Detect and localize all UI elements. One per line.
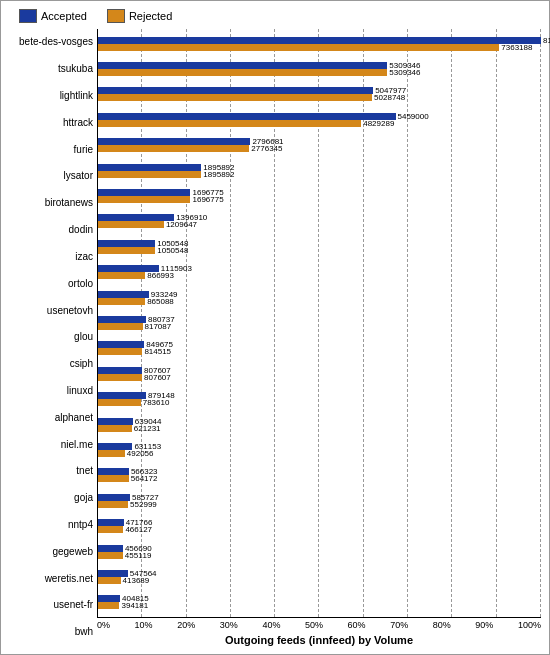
- chart-container: Accepted Rejected bete-des-vosgestsukuba…: [0, 0, 550, 655]
- legend-accepted-box: [19, 9, 37, 23]
- bar-accepted: [98, 113, 396, 120]
- bar-pair: 13969101209647: [98, 214, 541, 228]
- bar-row: 16967751696775: [98, 183, 541, 208]
- bar-line-accepted: 1396910: [98, 214, 541, 221]
- bar-accepted: [98, 494, 130, 501]
- bar-rejected-value: 394181: [121, 601, 148, 610]
- bar-row: 849675814515: [98, 336, 541, 361]
- bar-line-rejected: 466127: [98, 526, 541, 533]
- bar-pair: 933249865088: [98, 291, 541, 305]
- bar-line-rejected: 2776345: [98, 145, 541, 152]
- bar-line-rejected: 1895892: [98, 171, 541, 178]
- y-label: tnet: [76, 466, 93, 476]
- bar-rejected: [98, 450, 125, 457]
- bar-row: 10505481050548: [98, 234, 541, 259]
- bar-row: 81279227363188: [98, 31, 541, 56]
- bar-line-rejected: 564172: [98, 475, 541, 482]
- bar-line-rejected: 1050548: [98, 247, 541, 254]
- bar-row: 807607807607: [98, 361, 541, 386]
- bar-line-accepted: 1895892: [98, 164, 541, 171]
- bar-line-rejected: 807607: [98, 374, 541, 381]
- bar-line-accepted: 585727: [98, 494, 541, 501]
- bars-section: 8127922736318853093465309346504797750287…: [97, 29, 541, 618]
- x-tick: 40%: [262, 620, 280, 630]
- bar-row: 53093465309346: [98, 56, 541, 81]
- bar-rejected-value: 1895892: [203, 170, 234, 179]
- bar-rejected-value: 492056: [127, 449, 154, 458]
- bar-pair: 849675814515: [98, 341, 541, 355]
- bar-row: 27966812776345: [98, 133, 541, 158]
- x-axis: 0%10%20%30%40%50%60%70%80%90%100%: [97, 618, 541, 630]
- bar-line-rejected: 814515: [98, 348, 541, 355]
- bar-rejected: [98, 501, 128, 508]
- legend-rejected-label: Rejected: [129, 10, 172, 22]
- bar-rejected-value: 814515: [144, 347, 171, 356]
- bar-accepted: [98, 392, 146, 399]
- bar-row: 566323564172: [98, 463, 541, 488]
- bar-pair: 18958921895892: [98, 164, 541, 178]
- bar-pair: 639044621231: [98, 418, 541, 432]
- legend-rejected: Rejected: [107, 9, 172, 23]
- bar-rejected: [98, 145, 249, 152]
- bar-rejected-value: 5309346: [389, 68, 420, 77]
- bar-pair: 27966812776345: [98, 138, 541, 152]
- bar-rejected: [98, 272, 145, 279]
- bar-pair: 566323564172: [98, 468, 541, 482]
- bar-rejected-value: 564172: [131, 474, 158, 483]
- bar-rejected-value: 2776345: [251, 144, 282, 153]
- bar-accepted: [98, 468, 129, 475]
- bar-accepted: [98, 138, 250, 145]
- x-tick: 70%: [390, 620, 408, 630]
- bar-rejected: [98, 374, 142, 381]
- y-label: bete-des-vosges: [19, 37, 93, 47]
- y-label: nntp4: [68, 520, 93, 530]
- bar-pair: 585727552999: [98, 494, 541, 508]
- bar-pair: 54590004829289: [98, 113, 541, 127]
- legend-accepted: Accepted: [19, 9, 87, 23]
- y-label: alphanet: [55, 413, 93, 423]
- bar-accepted-value: 8127922: [543, 36, 550, 45]
- x-tick: 0%: [97, 620, 110, 630]
- bar-line-accepted: 639044: [98, 418, 541, 425]
- bar-accepted: [98, 341, 144, 348]
- bar-line-accepted: 5047977: [98, 87, 541, 94]
- bar-rejected: [98, 552, 123, 559]
- bar-rejected: [98, 196, 190, 203]
- bar-row: 933249865088: [98, 285, 541, 310]
- bar-row: 18958921895892: [98, 158, 541, 183]
- bar-rejected: [98, 298, 145, 305]
- bar-row: 50479775028748: [98, 82, 541, 107]
- bar-pair: 456690455119: [98, 545, 541, 559]
- bar-accepted: [98, 545, 123, 552]
- bar-accepted: [98, 367, 142, 374]
- bar-pair: 547564413689: [98, 570, 541, 584]
- bar-line-rejected: 7363188: [98, 44, 541, 51]
- bar-pair: 471766466127: [98, 519, 541, 533]
- y-label: httrack: [63, 118, 93, 128]
- bar-line-rejected: 783610: [98, 399, 541, 406]
- x-tick: 60%: [348, 620, 366, 630]
- bar-rejected-value: 865088: [147, 297, 174, 306]
- bar-rejected-value: 4829289: [363, 119, 394, 128]
- bar-rejected: [98, 475, 129, 482]
- x-tick: 100%: [518, 620, 541, 630]
- bars-and-x: 8127922736318853093465309346504797750287…: [97, 29, 541, 646]
- bar-rejected: [98, 425, 132, 432]
- legend-rejected-box: [107, 9, 125, 23]
- bar-accepted: [98, 316, 146, 323]
- bar-pair: 50479775028748: [98, 87, 541, 101]
- y-labels: bete-des-vosgestsukubalightlinkhttrackfu…: [9, 29, 97, 646]
- bar-pair: 53093465309346: [98, 62, 541, 76]
- bar-line-rejected: 1209647: [98, 221, 541, 228]
- bar-pair: 631153492056: [98, 443, 541, 457]
- bar-rejected: [98, 44, 499, 51]
- x-tick: 80%: [433, 620, 451, 630]
- bar-rejected-value: 552999: [130, 500, 157, 509]
- bar-accepted: [98, 189, 190, 196]
- bar-rejected-value: 817087: [145, 322, 172, 331]
- y-label: csiph: [70, 359, 93, 369]
- bar-line-accepted: 631153: [98, 443, 541, 450]
- bar-rejected-value: 866993: [147, 271, 174, 280]
- bar-line-accepted: 547564: [98, 570, 541, 577]
- bar-line-accepted: 404815: [98, 595, 541, 602]
